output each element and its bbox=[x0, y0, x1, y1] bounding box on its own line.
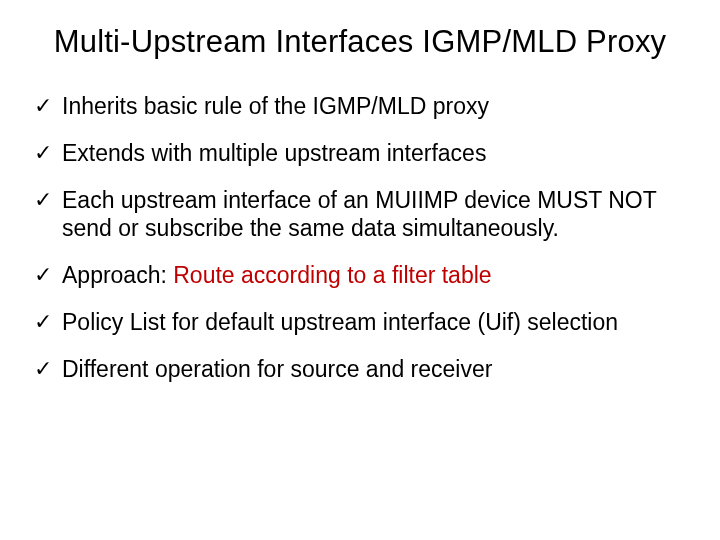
bullet-text: Each upstream interface of an MUIIMP dev… bbox=[62, 187, 656, 242]
bullet-list: Inherits basic rule of the IGMP/MLD prox… bbox=[34, 92, 686, 383]
list-item: Inherits basic rule of the IGMP/MLD prox… bbox=[34, 92, 686, 121]
list-item: Each upstream interface of an MUIIMP dev… bbox=[34, 186, 686, 244]
bullet-text: Inherits basic rule of the IGMP/MLD prox… bbox=[62, 93, 489, 119]
bullet-text: Extends with multiple upstream interface… bbox=[62, 140, 486, 166]
list-item: Policy List for default upstream interfa… bbox=[34, 308, 686, 337]
list-item: Different operation for source and recei… bbox=[34, 355, 686, 384]
bullet-text-highlight: Route according to a filter table bbox=[173, 262, 491, 288]
bullet-text-prefix: Approach: bbox=[62, 262, 173, 288]
list-item: Approach: Route according to a filter ta… bbox=[34, 261, 686, 290]
slide: Multi-Upstream Interfaces IGMP/MLD Proxy… bbox=[0, 0, 720, 540]
bullet-text: Different operation for source and recei… bbox=[62, 356, 492, 382]
bullet-text: Policy List for default upstream interfa… bbox=[62, 309, 618, 335]
list-item: Extends with multiple upstream interface… bbox=[34, 139, 686, 168]
slide-title: Multi-Upstream Interfaces IGMP/MLD Proxy bbox=[34, 24, 686, 60]
